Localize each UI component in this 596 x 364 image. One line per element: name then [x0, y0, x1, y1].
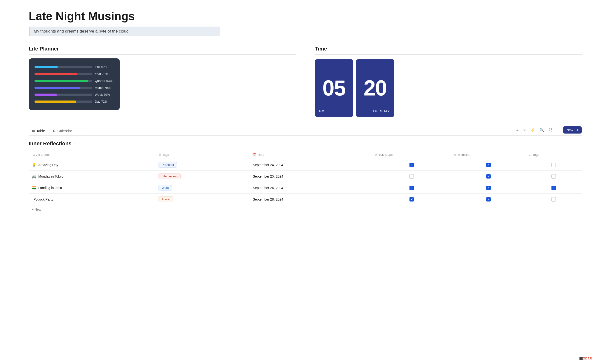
row-1-tag[interactable]: Life Lesson — [156, 171, 250, 182]
progress-label: Life 40% — [95, 65, 114, 69]
checkbox-unchecked[interactable] — [551, 197, 556, 202]
table-header-row: AaAll Entries☰Tags📅Date☑10k Steps☑Medici… — [29, 151, 582, 159]
checkbox-checked[interactable] — [486, 186, 491, 190]
progress-row: Day 72% — [35, 100, 114, 103]
row-1-yoga[interactable] — [526, 171, 582, 182]
time-day: TUESDAY — [372, 109, 390, 113]
th-yoga[interactable]: ☑Yoga — [526, 151, 582, 159]
row-0-tag[interactable]: Personal — [156, 159, 250, 171]
row-2-steps[interactable] — [372, 182, 451, 194]
row-2-yoga[interactable] — [526, 182, 582, 194]
checkbox-checked[interactable] — [551, 186, 556, 190]
row-1-medicine[interactable] — [451, 171, 526, 182]
new-button-chevron[interactable]: ▾ — [575, 128, 578, 132]
widgets-row: Life Planner Life 40% Year 73% Quarter 9… — [29, 46, 582, 117]
th-date[interactable]: 📅Date — [250, 151, 372, 159]
checkbox-checked[interactable] — [486, 163, 491, 167]
tab-bar-right: ≡ ⇅ ⚡ 🔍 ⛓ ··· New ▾ — [515, 126, 582, 135]
th-steps[interactable]: ☑10k Steps — [372, 151, 451, 159]
progress-bar-fill — [35, 80, 88, 82]
row-3-yoga[interactable] — [526, 194, 582, 205]
th-tags[interactable]: ☰Tags — [156, 151, 250, 159]
progress-row: Year 73% — [35, 72, 114, 76]
row-2-date: September 26, 2024 — [250, 182, 372, 194]
minimize-button[interactable]: — — [584, 5, 589, 11]
life-planner-title: Life Planner — [29, 46, 296, 55]
table-tab-icon: ⊞ — [32, 129, 35, 133]
tag-badge[interactable]: Work — [158, 185, 172, 190]
checkbox-unchecked[interactable] — [410, 174, 414, 179]
checkbox-checked[interactable] — [410, 186, 414, 190]
new-button[interactable]: New ▾ — [563, 126, 582, 133]
add-new-row[interactable]: + New — [29, 205, 582, 214]
tab-add-button[interactable]: + — [76, 127, 84, 135]
row-3-medicine[interactable] — [451, 194, 526, 205]
filter-icon[interactable]: ≡ — [515, 127, 519, 133]
page-title: Late Night Musings — [29, 10, 582, 23]
checkbox-checked[interactable] — [486, 197, 491, 202]
calendar-tab-icon: 🗓 — [53, 129, 56, 133]
row-2-medicine[interactable] — [451, 182, 526, 194]
row-0-yoga[interactable] — [526, 159, 582, 171]
link-icon[interactable]: ⛓ — [548, 127, 553, 133]
row-1-steps[interactable] — [372, 171, 451, 182]
row-2-name[interactable]: 🇮🇳Landing in India — [29, 182, 156, 194]
table-body: 💡Amazing DayPersonalSeptember 24, 2024🚐M… — [29, 159, 582, 205]
search-icon[interactable]: 🔍 — [538, 127, 545, 133]
page-subtitle: My thoughts and dreams deserve a byte of… — [29, 27, 220, 36]
th-icon-date: 📅 — [253, 153, 256, 157]
row-name: Amazing Day — [38, 163, 58, 167]
progress-row: Week 39% — [35, 93, 114, 96]
tab-table-label: Table — [36, 129, 45, 133]
watermark-brand: R — [590, 357, 592, 360]
checkbox-checked[interactable] — [410, 197, 414, 202]
section-options-icon[interactable]: ··· — [74, 141, 77, 146]
progress-bar-fill — [35, 66, 58, 68]
tab-calendar-label: Calendar — [58, 129, 72, 133]
progress-bar-bg — [35, 73, 92, 75]
checkbox-unchecked[interactable] — [551, 174, 556, 179]
life-planner-widget: Life Planner Life 40% Year 73% Quarter 9… — [29, 46, 296, 110]
progress-label: Quarter 93% — [95, 79, 114, 83]
data-table: AaAll Entries☰Tags📅Date☑10k Steps☑Medici… — [29, 151, 582, 205]
row-emoji: 💡 — [32, 162, 36, 167]
row-3-tag[interactable]: Travel — [156, 194, 250, 205]
row-0-name[interactable]: 💡Amazing Day — [29, 159, 156, 171]
more-icon[interactable]: ··· — [556, 127, 561, 133]
row-3-steps[interactable] — [372, 194, 451, 205]
watermark: ⬛XDAR — [579, 357, 592, 360]
row-name: Potluck Party — [34, 197, 53, 201]
row-0-medicine[interactable] — [451, 159, 526, 171]
tag-badge[interactable]: Travel — [158, 197, 173, 202]
lightning-icon[interactable]: ⚡ — [529, 127, 536, 133]
table-row: Potluck PartyTravelSeptember 28, 2024 — [29, 194, 582, 205]
tab-calendar[interactable]: 🗓 Calendar — [49, 127, 75, 135]
row-2-tag[interactable]: Work — [156, 182, 250, 194]
row-0-steps[interactable] — [372, 159, 451, 171]
checkbox-checked[interactable] — [486, 174, 491, 179]
sort-icon[interactable]: ⇅ — [522, 127, 527, 133]
progress-label: Day 72% — [95, 100, 114, 103]
watermark-prefix: ⬛XDA — [579, 357, 590, 360]
progress-label: Week 39% — [95, 93, 114, 96]
progress-bar-fill — [35, 94, 57, 96]
checkbox-unchecked[interactable] — [551, 163, 556, 167]
progress-row: Life 40% — [35, 65, 114, 69]
table-row: 💡Amazing DayPersonalSeptember 24, 2024 — [29, 159, 582, 171]
checkbox-checked[interactable] — [410, 163, 414, 167]
tab-table[interactable]: ⊞ Table — [29, 127, 48, 135]
row-1-name[interactable]: 🚐Monday in Tokyo — [29, 171, 156, 182]
row-3-date: September 28, 2024 — [250, 194, 372, 205]
progress-label: Month 79% — [95, 86, 114, 89]
time-period: PM — [319, 109, 325, 113]
progress-row: Quarter 93% — [35, 79, 114, 83]
progress-bar-fill — [35, 101, 76, 103]
progress-row: Month 79% — [35, 86, 114, 89]
progress-bar-fill — [35, 87, 80, 89]
tag-badge[interactable]: Personal — [158, 162, 177, 167]
th-name[interactable]: AaAll Entries — [29, 151, 156, 159]
th-medicine[interactable]: ☑Medicine — [451, 151, 526, 159]
row-3-name[interactable]: Potluck Party — [29, 194, 156, 205]
tag-badge[interactable]: Life Lesson — [158, 174, 181, 179]
table-row: 🚐Monday in TokyoLife LessonSeptember 25,… — [29, 171, 582, 182]
